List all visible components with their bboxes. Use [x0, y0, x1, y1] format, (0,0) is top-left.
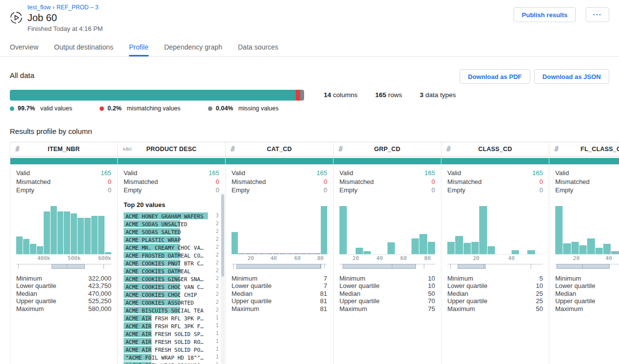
stat-label: Minimum: [16, 275, 42, 283]
histogram-bar: [71, 213, 77, 254]
column-header-product-desc[interactable]: ABCPRODUCT DESC: [118, 142, 225, 156]
legend-label: valid values: [38, 105, 72, 112]
more-actions-button[interactable]: ···: [586, 7, 609, 22]
histogram-bar: [23, 239, 29, 254]
value-row-valid: Valid: [555, 169, 619, 178]
boxplot-strip: [232, 264, 327, 269]
top-value-count: 2: [215, 283, 219, 290]
value-row-empty: Empty: [555, 186, 619, 195]
top-value-count: 1: [215, 330, 219, 338]
download-button-download-as-pdf[interactable]: Download as PDF: [460, 69, 530, 84]
tab-output-destinations[interactable]: Output destinations: [54, 39, 113, 56]
top-actions: Publish results ···: [514, 7, 609, 32]
legend-item-missing-values: 0.04% missing values: [208, 105, 279, 112]
stat-value: 81: [320, 290, 327, 298]
top-values-heading: Top 20 values: [124, 201, 219, 208]
stat-row-minimum: Minimum7: [232, 275, 327, 283]
summary-value: 165: [375, 91, 387, 99]
top-value-count: 2: [215, 220, 219, 228]
histogram-bar: [356, 248, 363, 254]
stat-row-median: Median: [555, 290, 619, 298]
value-row-count: 0: [540, 178, 543, 186]
stat-row-lower-quartile: Lower quartile: [555, 282, 619, 290]
column-header-class-cd[interactable]: #CLASS_CD: [441, 142, 549, 156]
legend-item-valid-values: 99.7% valid values: [10, 105, 72, 112]
histogram-bar: [64, 211, 70, 254]
publish-results-button[interactable]: Publish results: [514, 7, 576, 22]
histogram-bar: [603, 244, 611, 254]
legend-item-mismatching-values: 0.2% mismatching values: [100, 105, 181, 112]
hash-type-icon: #: [446, 145, 451, 154]
histogram-axis: 20406080: [339, 255, 435, 262]
breadcrumb-node-link[interactable]: REF_PROD – 3: [56, 4, 98, 11]
histogram-bar: [527, 250, 535, 254]
histogram-bar: [428, 242, 435, 254]
stat-label: Lower quartile: [16, 282, 56, 290]
stat-value: 470,000: [88, 290, 111, 298]
stat-label: Lower quartile: [447, 282, 488, 290]
value-row-count: 0: [108, 178, 111, 186]
breadcrumb-flow-link[interactable]: test_flow: [27, 4, 51, 11]
top-value-count: 3: [215, 212, 219, 220]
column-header-cat-cd[interactable]: #CAT_CD: [226, 142, 333, 156]
top-values-list: ACME HONEY GRAHAM WAFERS3ACME SODAS UNSA…: [124, 212, 219, 364]
histogram-bar: [339, 206, 347, 254]
column-valid-bar: [10, 158, 117, 164]
download-button-download-as-json[interactable]: Download as JSON: [534, 69, 609, 84]
column-valid-bar: [118, 158, 225, 164]
column-body: Valid165Mismatched0Empty02040Minimum5Low…: [441, 164, 549, 312]
stat-value: 25: [536, 290, 543, 298]
top-value-count: 2: [215, 290, 219, 298]
top-value-item: ACME COOKIES CHOC CHIP2: [124, 290, 219, 298]
stat-row-median: Median81: [232, 290, 327, 298]
boxplot-max-tick: [103, 264, 104, 269]
value-row-valid: Valid165: [124, 169, 219, 178]
stat-label: Maximum: [447, 305, 475, 313]
top-value-text: ACME COOKIES GINGER SNA…: [124, 276, 204, 283]
boxplot-median: [320, 264, 321, 269]
tab-data-sources[interactable]: Data sources: [238, 39, 278, 56]
value-row-label: Empty: [124, 186, 142, 195]
axis-tick-label: 400k: [37, 255, 51, 261]
stat-row-upper-quartile: Upper quartile25: [447, 297, 543, 305]
column-header-grp-cd[interactable]: #GRP_CD: [334, 142, 441, 156]
stat-value: 423,750: [88, 282, 111, 290]
histogram-bar: [293, 253, 300, 254]
value-row-mismatched: Mismatched0: [16, 178, 111, 186]
stat-value: 10: [428, 282, 435, 290]
histogram-bar: [464, 243, 471, 254]
stat-label: Upper quartile: [555, 297, 595, 305]
axis-tick-label: 20: [247, 255, 254, 261]
column-header-item-nbr[interactable]: #ITEM_NBR: [10, 142, 117, 156]
top-value-text: ACME BISCUITS SOCIAL TEA: [124, 308, 204, 314]
histogram-bars: [339, 207, 435, 255]
hash-type-icon: #: [338, 145, 343, 154]
tab-dependency-graph[interactable]: Dependency graph: [164, 39, 222, 56]
scrollbar-track[interactable]: [221, 193, 225, 364]
value-row-count: 0: [324, 186, 327, 195]
histogram-bar: [563, 243, 570, 254]
tab-overview[interactable]: Overview: [10, 39, 38, 56]
top-value-item: ACME HONEY GRAHAM WAFERS3: [124, 212, 219, 220]
column-header-fl-class-cd[interactable]: #FL_CLASS_CD: [549, 142, 619, 156]
scrollbar-thumb[interactable]: [221, 194, 224, 277]
top-value-text: ACME AIR FRESH SOLID PO…: [124, 347, 204, 353]
stat-value: 5: [540, 275, 543, 283]
profile-column-fl-class-cd: #FL_CLASS_CDValidMismatchedEmpty2040Mini…: [549, 142, 619, 364]
histogram-bar: [280, 253, 286, 254]
value-row-count: 165: [208, 169, 219, 178]
top-value-count: 1: [215, 314, 219, 322]
stat-label: Upper quartile: [16, 297, 56, 305]
tab-profile[interactable]: Profile: [129, 39, 149, 56]
histogram-bar: [471, 242, 479, 254]
summary-counts: 14 columns165 rows3 data types: [324, 91, 456, 99]
top-value-count: 2: [215, 251, 219, 259]
stat-label: Maximum: [555, 305, 583, 313]
legend-label: missing values: [236, 105, 278, 112]
histogram-bar: [91, 216, 98, 254]
profile-column-class-cd: #CLASS_CDValid165Mismatched0Empty02040Mi…: [441, 142, 549, 364]
histogram-chart: 2040: [447, 207, 543, 269]
histogram-bar: [412, 238, 419, 254]
boxplot-min-tick: [233, 264, 234, 269]
histogram-bar: [259, 253, 265, 254]
